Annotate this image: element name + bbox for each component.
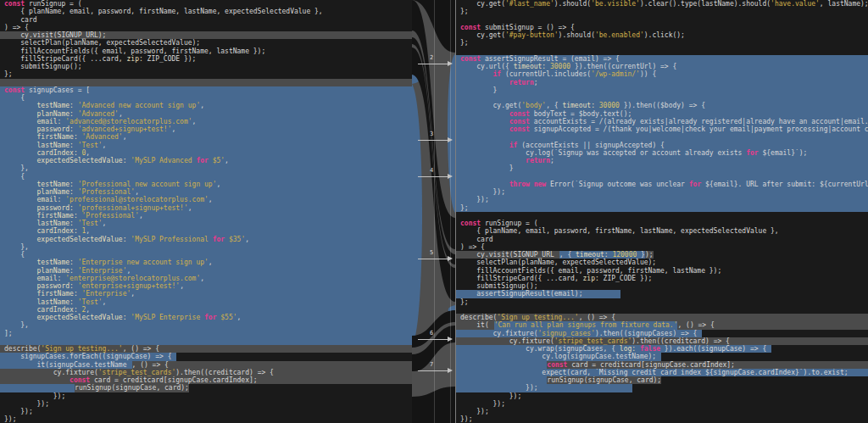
code-token: , () => { (677, 321, 714, 329)
merge-arrow-5[interactable]: 5 (416, 251, 455, 264)
code-token: selectPlan(planName, expectedSelectedVal… (4, 39, 200, 47)
code-token: testName: (4, 181, 74, 188)
code-token: , (209, 196, 213, 203)
code-line (456, 133, 868, 141)
code-token: $35' (225, 236, 245, 243)
code-token: 'professional@storelocatorplus.com' (61, 196, 208, 203)
code-line: { (0, 173, 412, 181)
code-segment (456, 212, 460, 220)
code-line: cardIndex: 2, (0, 306, 412, 314)
code-token: 'enterprise@storelocatorplus.com' (61, 275, 200, 282)
code-token: cy.log(`Signup was accepted or account a… (460, 149, 746, 157)
code-line: password: 'advanced+signup+test!', (0, 125, 412, 133)
code-segment: lastName: 'Test', (0, 142, 412, 149)
right-code-panel[interactable]: cy.get('#last_name').should('be.visible'… (455, 0, 868, 423)
code-token: 'Test' (74, 298, 103, 306)
code-segment: const signupCases = [ (0, 86, 412, 94)
code-segment: describe('Sign up testing...', () => { (456, 314, 868, 321)
merge-arrow-3[interactable]: 3 (416, 132, 455, 146)
code-token: timeout: (576, 251, 609, 259)
code-line: email: 'professional@storelocatorplus.co… (0, 196, 412, 203)
code-token: { (4, 94, 25, 102)
code-token (460, 142, 509, 149)
code-token: for (204, 314, 216, 321)
merge-arrow-number: 3 (430, 131, 433, 137)
code-line: expect(card, `Missing credit card index … (456, 369, 868, 376)
code-line: throw new Error(`Signup outcome was uncl… (456, 181, 868, 188)
code-token: }); (460, 415, 472, 423)
code-line: const signupCases = [ (0, 86, 412, 94)
merge-arrow-6[interactable]: 6 (416, 331, 455, 345)
code-line: password: 'professional+signup+test!', (0, 204, 412, 212)
code-token: planName: (4, 188, 74, 196)
code-line: const bodyText = $body.text(); (456, 110, 868, 118)
code-line (456, 16, 868, 24)
code-token: email: (4, 118, 61, 125)
code-token: { (4, 173, 25, 181)
code-token: 'advanced+signup+test!' (74, 125, 172, 133)
code-segment: lastName: 'Test', (0, 220, 412, 227)
code-segment (456, 47, 460, 55)
code-token: (accountExists || signupAccepted) { (517, 142, 664, 149)
code-token: ) => { (4, 24, 29, 31)
merge-arrow-4[interactable]: 4 (416, 169, 455, 182)
code-line: cy.get('#pay-button').should('be.enabled… (456, 31, 868, 39)
merge-arrow-head (448, 174, 453, 179)
code-token: , () => { (132, 361, 169, 369)
code-token: email: (4, 275, 61, 282)
code-token: Error(`Signup outcome was unclear (546, 181, 689, 188)
code-segment: planName: 'Enterprise', (0, 267, 412, 275)
left-code-panel[interactable]: const runSignup = ( { planName, email, p… (0, 0, 413, 423)
code-line: submitSignup(); (0, 63, 412, 70)
code-token: } (637, 251, 645, 259)
code-token: , (180, 282, 184, 290)
code-segment: planName: 'Professional', (0, 188, 412, 196)
code-token: ${email}. URL after submit: ${currentUrl (701, 181, 868, 188)
code-token: , () => { (579, 314, 615, 321)
code-token: , (192, 118, 197, 125)
code-token: const (4, 0, 25, 8)
code-token: '/wp-admin/' (591, 70, 640, 78)
code-line: email: 'advanced@storelocatorplus.com', (0, 118, 412, 125)
code-segment (0, 384, 75, 392)
code-token: 'MySLP Professional (127, 236, 213, 243)
code-token: , (188, 204, 192, 212)
merge-arrow-7[interactable]: 7 (416, 363, 455, 376)
code-line: cy.get('body', { timeout: 30000 }).then(… (456, 102, 868, 109)
code-segment: { planName, email, password, firstName, … (456, 227, 779, 235)
code-segment: }; (456, 204, 868, 212)
code-segment: }); (0, 415, 16, 423)
code-segment: runSignup(signupCase, card); (75, 384, 189, 392)
code-token: , (200, 102, 204, 109)
code-token: cy.get( (460, 31, 505, 39)
code-token: signupAccepted = /(thank you|welcome|che… (530, 125, 868, 133)
code-token: const (4, 86, 25, 94)
merge-arrow-2[interactable]: 2 (416, 56, 455, 70)
code-line (456, 173, 868, 181)
code-segment: }); (0, 392, 65, 400)
code-token: ).then((signupCases) => { (595, 330, 697, 337)
code-segment: if (accountExists || signupAccepted) { (456, 142, 868, 149)
diff-gutter: 234567 (412, 0, 455, 423)
code-token: const (70, 376, 90, 384)
code-line: it('Can run all plan signups from fixtur… (456, 321, 868, 329)
code-segment (0, 337, 412, 345)
code-line: password: 'enterprise+signup+test!', (0, 282, 412, 290)
code-token: { (4, 251, 25, 259)
code-segment: return; (456, 79, 868, 86)
code-token: 'Enterprise new account sign up' (74, 259, 209, 266)
code-line: cy.url({ timeout: 30000 }).then((current… (456, 63, 868, 70)
code-segment: fillAccountFields({ email, password, fir… (456, 267, 721, 275)
code-token: ).then((creditcard) => { (632, 337, 730, 345)
code-segment: expectedSelectedValue: 'MySLP Advanced f… (0, 157, 412, 164)
code-token: cy.get( (460, 102, 521, 109)
code-token: )) { (640, 70, 656, 78)
code-token: ZIP_CODE }); (599, 275, 653, 282)
code-token: }).then(($body) => { (620, 102, 705, 109)
code-token: planName: (4, 267, 74, 275)
code-line (0, 79, 412, 86)
code-line: expectedSelectedValue: 'MySLP Advanced f… (0, 157, 412, 164)
code-line: submitSignup(); (456, 282, 868, 290)
code-token: it( (460, 321, 489, 329)
code-segment (456, 94, 868, 102)
